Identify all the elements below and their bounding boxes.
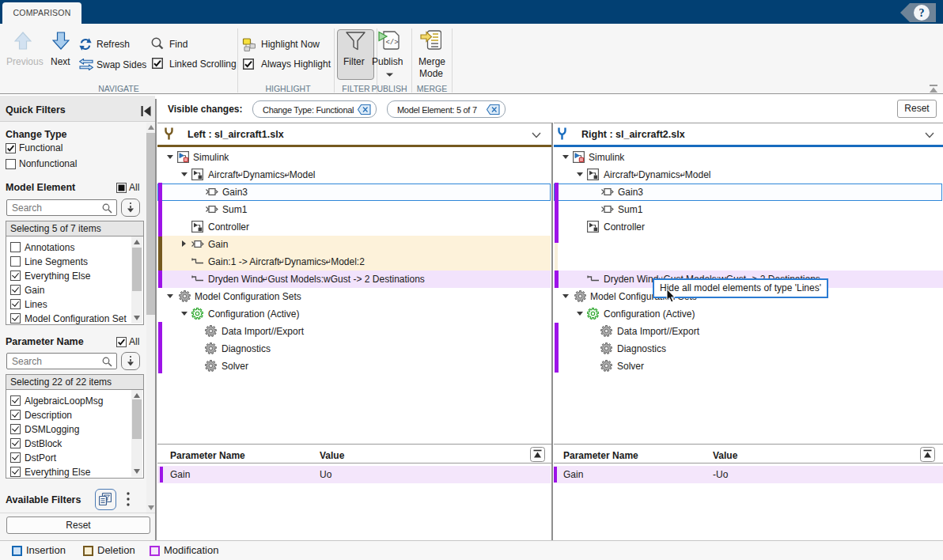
svg-text:</>: </> [385, 39, 398, 47]
svg-text:?: ? [919, 7, 925, 19]
